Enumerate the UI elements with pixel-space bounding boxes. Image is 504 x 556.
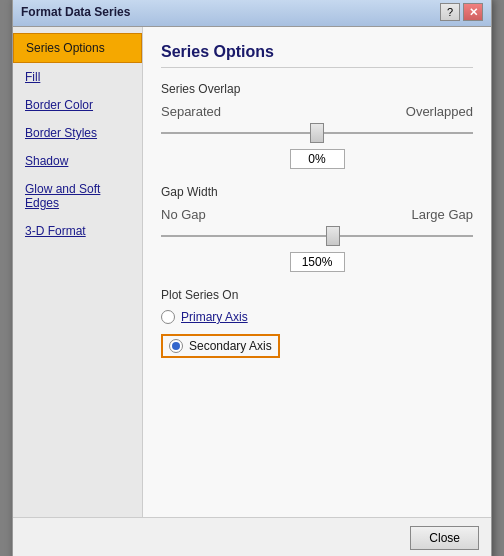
series-overlap-right-label: Overlapped <box>406 104 473 119</box>
format-data-series-dialog: Format Data Series ? ✕ Series Options Fi… <box>12 0 492 556</box>
sidebar-item-border-styles[interactable]: Border Styles <box>13 119 142 147</box>
series-overlap-left-label: Separated <box>161 104 221 119</box>
sidebar-item-series-options[interactable]: Series Options <box>13 33 142 63</box>
primary-axis-radio[interactable] <box>161 310 175 324</box>
sidebar: Series Options Fill Border Color Border … <box>13 27 143 517</box>
dialog-title: Format Data Series <box>21 5 130 19</box>
gap-width-track <box>161 235 473 237</box>
content-panel: Series Options Series Overlap Separated … <box>143 27 491 517</box>
gap-width-slider[interactable] <box>161 226 473 246</box>
series-overlap-thumb[interactable] <box>310 123 324 143</box>
gap-width-left-label: No Gap <box>161 207 206 222</box>
dialog-body: Series Options Fill Border Color Border … <box>13 27 491 517</box>
secondary-axis-radio-fill <box>172 342 180 350</box>
sidebar-item-glow-soft-edges[interactable]: Glow and Soft Edges <box>13 175 142 217</box>
dialog-footer: Close <box>13 517 491 556</box>
series-overlap-input[interactable] <box>290 149 345 169</box>
secondary-axis-radio[interactable] <box>169 339 183 353</box>
sidebar-item-fill[interactable]: Fill <box>13 63 142 91</box>
series-overlap-slider[interactable] <box>161 123 473 143</box>
primary-axis-option: Primary Axis <box>161 310 473 324</box>
series-overlap-section: Series Overlap Separated Overlapped <box>161 82 473 169</box>
gap-width-value <box>161 252 473 272</box>
sidebar-item-shadow[interactable]: Shadow <box>13 147 142 175</box>
sidebar-item-border-color[interactable]: Border Color <box>13 91 142 119</box>
plot-series-label: Plot Series On <box>161 288 473 302</box>
gap-width-label: Gap Width <box>161 185 473 199</box>
series-overlap-label: Series Overlap <box>161 82 473 96</box>
title-bar: Format Data Series ? ✕ <box>13 0 491 27</box>
gap-width-section: Gap Width No Gap Large Gap <box>161 185 473 272</box>
help-button[interactable]: ? <box>440 3 460 21</box>
gap-width-right-label: Large Gap <box>412 207 473 222</box>
close-button[interactable]: Close <box>410 526 479 550</box>
gap-width-thumb[interactable] <box>326 226 340 246</box>
series-overlap-range-labels: Separated Overlapped <box>161 104 473 119</box>
series-overlap-value <box>161 149 473 169</box>
secondary-axis-option: Secondary Axis <box>161 334 473 358</box>
title-bar-buttons: ? ✕ <box>440 3 483 21</box>
content-title: Series Options <box>161 43 473 68</box>
sidebar-item-3d-format[interactable]: 3-D Format <box>13 217 142 245</box>
plot-series-radio-group: Primary Axis Secondary Axis <box>161 310 473 358</box>
primary-axis-label[interactable]: Primary Axis <box>181 310 248 324</box>
gap-width-input[interactable] <box>290 252 345 272</box>
secondary-axis-selected-box: Secondary Axis <box>161 334 280 358</box>
gap-width-range-labels: No Gap Large Gap <box>161 207 473 222</box>
secondary-axis-label[interactable]: Secondary Axis <box>189 339 272 353</box>
plot-series-section: Plot Series On Primary Axis Secondary Ax… <box>161 288 473 358</box>
close-title-button[interactable]: ✕ <box>463 3 483 21</box>
